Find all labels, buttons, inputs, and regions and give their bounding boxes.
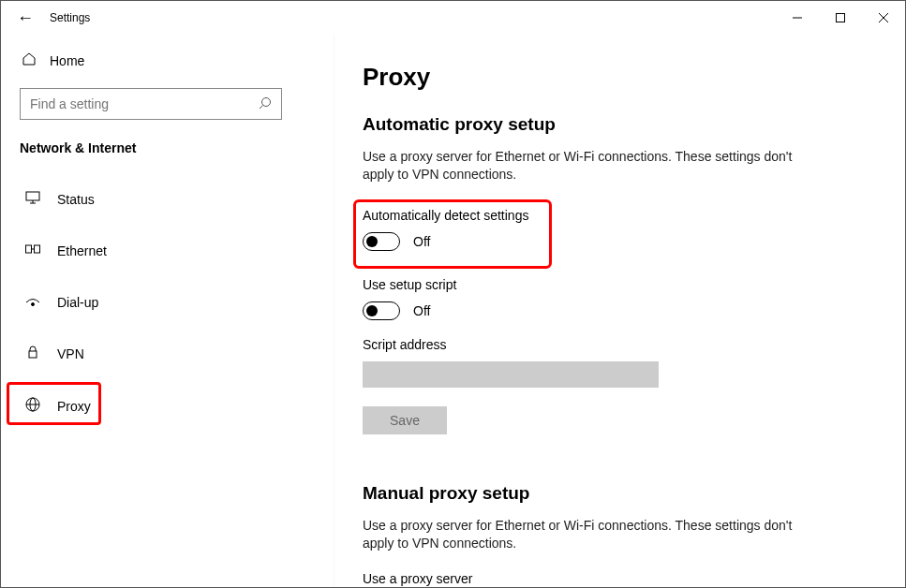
dialup-icon (23, 294, 42, 310)
search-input-wrapper[interactable] (20, 88, 282, 120)
sidebar-item-label: Status (57, 192, 95, 207)
window-title: Settings (50, 11, 90, 24)
svg-point-12 (32, 303, 35, 306)
sidebar-item-vpn[interactable]: VPN (20, 338, 315, 369)
svg-rect-10 (35, 245, 40, 253)
category-heading: Network & Internet (20, 140, 315, 155)
script-address-input (363, 361, 659, 388)
vpn-icon (23, 345, 42, 361)
sidebar-item-label: VPN (57, 346, 84, 361)
search-input[interactable] (30, 96, 259, 111)
maximize-button[interactable] (819, 3, 862, 33)
svg-rect-6 (26, 192, 39, 200)
search-icon (259, 96, 272, 112)
detect-settings-label: Automatically detect settings (363, 208, 528, 223)
close-button[interactable] (862, 3, 905, 33)
manual-heading: Manual proxy setup (363, 483, 877, 504)
use-proxy-label: Use a proxy server (363, 571, 877, 586)
sidebar-item-dialup[interactable]: Dial-up (20, 287, 315, 317)
sidebar-item-label: Dial-up (57, 295, 98, 310)
sidebar-item-proxy[interactable]: Proxy (20, 390, 315, 422)
setup-script-label: Use setup script (363, 277, 877, 292)
svg-point-4 (262, 97, 271, 106)
home-icon (22, 51, 37, 69)
svg-line-5 (260, 105, 263, 109)
sidebar-item-ethernet[interactable]: Ethernet (20, 235, 315, 266)
svg-rect-9 (26, 245, 32, 253)
setup-script-toggle[interactable] (363, 301, 400, 320)
sidebar-item-label: Proxy (57, 399, 91, 414)
save-button: Save (363, 406, 447, 434)
auto-heading: Automatic proxy setup (363, 114, 877, 135)
svg-rect-13 (29, 351, 37, 358)
detect-settings-toggle[interactable] (363, 232, 400, 251)
page-title: Proxy (363, 63, 877, 92)
back-button[interactable]: ← (10, 8, 40, 28)
manual-description: Use a proxy server for Ethernet or Wi-Fi… (363, 517, 812, 552)
auto-description: Use a proxy server for Ethernet or Wi-Fi… (363, 148, 812, 184)
script-address-label: Script address (363, 337, 877, 352)
minimize-button[interactable] (776, 3, 819, 33)
proxy-icon (23, 397, 42, 415)
sidebar-item-status[interactable]: Status (20, 184, 315, 214)
detect-settings-state: Off (413, 234, 430, 249)
home-button[interactable]: Home (20, 44, 315, 77)
sidebar-item-label: Ethernet (57, 243, 107, 258)
home-label: Home (50, 53, 84, 68)
setup-script-state: Off (413, 303, 430, 318)
ethernet-icon (23, 243, 42, 258)
status-icon (23, 191, 42, 207)
svg-rect-1 (837, 14, 845, 22)
